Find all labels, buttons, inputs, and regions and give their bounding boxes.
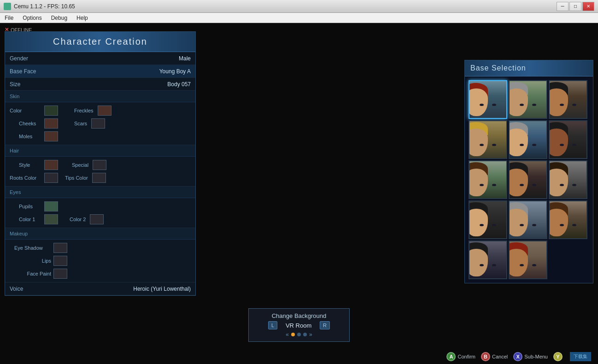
moles-row: Moles [10,130,191,143]
eyes-section: Pupils Color 1 Color 2 [5,198,195,228]
face-cell-14[interactable] [509,241,547,279]
skin-color-swatch[interactable] [44,106,58,116]
b-button[interactable]: B [481,352,490,361]
bg-page-dots: « » [256,331,342,338]
menu-help[interactable]: Help [72,14,93,22]
face-cell-3[interactable] [549,80,587,119]
eye-shadow-swatch[interactable] [53,243,67,253]
cheeks-swatch[interactable] [44,118,58,129]
size-row[interactable]: Size Body 057 [5,78,195,91]
moles-swatch[interactable] [44,131,58,141]
face-cell-12[interactable] [549,200,587,239]
gender-value: Male [179,55,191,62]
face-cell-7[interactable] [469,160,507,199]
hair-style-label: Style [10,162,42,168]
bg-room-name: VR Room [280,322,317,329]
minimize-button[interactable]: ─ [557,2,569,11]
menu-debug[interactable]: Debug [47,14,72,22]
skin-section: Color Freckles Cheeks Scars Moles [5,102,195,145]
voice-row[interactable]: Voice Heroic (Yuri Lowenthal) [5,282,195,295]
bg-left-button[interactable]: L [268,321,277,329]
bg-dot-3[interactable] [303,333,307,336]
pupils-label: Pupils [10,204,42,209]
bottom-action-bar: A Confirm B Cancel X Sub-Menu Y 下载集 [446,352,591,361]
lips-label: Lips [10,258,51,264]
eye-color1-swatch[interactable] [44,214,58,224]
size-value: Body 057 [167,81,191,88]
eye-color2-swatch[interactable] [90,214,104,224]
hair-colors-row: Roots Color Tips Color [10,171,191,184]
cheeks-label: Cheeks [10,121,42,126]
makeup-section: Eye Shadow Lips Face Paint [5,240,195,282]
face-paint-swatch[interactable] [53,269,67,279]
lips-row: Lips [10,254,191,267]
eye-shadow-row: Eye Shadow [10,241,191,254]
freckles-label: Freckles [74,108,94,113]
scars-swatch[interactable] [91,118,105,129]
hair-style-row: Style Special [10,159,191,171]
freckles-swatch[interactable] [98,106,111,116]
menu-bar: File Options Debug Help [0,13,598,23]
action-submenu: X Sub-Menu [513,352,548,361]
bg-dot-1[interactable] [291,333,295,336]
a-button[interactable]: A [446,352,456,361]
gender-label: Gender [10,55,47,62]
base-face-label: Base Face [10,68,47,75]
confirm-label: Confirm [457,354,475,359]
character-creation-panel: Character Creation Gender Male Base Face… [5,31,196,296]
roots-color-label: Roots Color [10,175,42,181]
eye-color2-label: Color 2 [70,217,86,222]
cancel-label: Cancel [492,354,508,359]
lips-swatch[interactable] [53,256,67,266]
face-cell-6[interactable] [549,120,587,159]
skin-section-header: Skin [5,91,195,102]
face-cell-11[interactable] [509,200,547,239]
main-area: ✕ OFFLINE Character Creation Gender Male… [0,23,598,364]
face-cell-4[interactable] [469,120,507,159]
x-button[interactable]: X [513,352,522,361]
face-cell-13[interactable] [469,241,507,279]
hair-style-swatch[interactable] [44,160,58,170]
tips-color-swatch[interactable] [92,173,106,183]
base-face-row[interactable]: Base Face Young Boy A [5,65,195,78]
hair-special-swatch[interactable] [93,160,106,170]
action-y: Y [553,352,564,361]
skin-color-row: Color Freckles [10,104,191,117]
eye-color1-label: Color 1 [10,217,42,222]
moles-label: Moles [10,134,42,139]
y-button[interactable]: Y [553,352,563,361]
face-cell-8[interactable] [509,160,547,199]
window-controls: ─ □ ✕ [557,2,594,11]
face-cell-5[interactable] [509,120,547,159]
hair-section: Style Special Roots Color Tips Color [5,157,195,187]
hair-section-header: Hair [5,145,195,157]
bg-dot-2[interactable] [297,333,301,336]
voice-value: Heroic (Yuri Lowenthal) [133,286,191,292]
scars-label: Scars [74,121,87,126]
base-selection-title: Base Selection [465,60,593,76]
change-background-label: Change Background [256,312,342,319]
pupils-row: Pupils [10,200,191,213]
pupils-swatch[interactable] [44,201,58,211]
title-bar: Cemu 1.1.2 - FPS: 10.65 ─ □ ✕ [0,0,598,13]
menu-file[interactable]: File [0,14,18,22]
face-cell-10[interactable] [469,200,507,239]
maximize-button[interactable]: □ [569,2,581,11]
bg-prev-icon[interactable]: « [286,331,289,338]
tips-color-label: Tips Color [65,175,88,181]
face-cell-1[interactable] [469,80,507,119]
change-background-controls: L VR Room R [256,321,342,329]
face-cell-9[interactable] [549,160,587,199]
base-face-value: Young Boy A [159,68,191,75]
character-creation-title: Character Creation [5,32,195,52]
menu-options[interactable]: Options [18,14,46,22]
roots-color-swatch[interactable] [44,173,58,183]
close-button[interactable]: ✕ [582,2,594,11]
skin-color-label: Color [10,108,42,113]
face-cell-2[interactable] [509,80,547,119]
base-face-grid [465,76,593,283]
gender-row[interactable]: Gender Male [5,52,195,65]
bg-next-icon[interactable]: » [309,331,312,338]
bg-right-button[interactable]: R [320,321,330,329]
change-background-panel: Change Background L VR Room R « » [248,308,350,342]
